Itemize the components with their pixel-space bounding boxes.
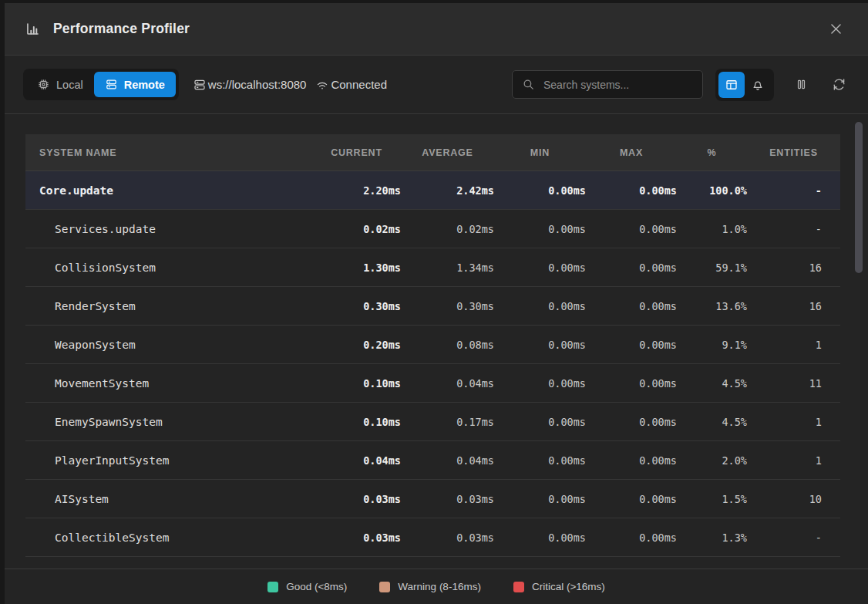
table-layout-icon[interactable] bbox=[718, 72, 745, 98]
table-row[interactable]: WeaponSystem 0.20ms 0.08ms 0.00ms 0.00ms… bbox=[25, 326, 840, 364]
legend-swatch bbox=[379, 582, 390, 592]
max-cell: 0.00ms bbox=[586, 493, 677, 505]
table-header: SYSTEM NAME CURRENT AVERAGE MIN MAX % EN… bbox=[25, 134, 840, 171]
max-cell: 0.00ms bbox=[586, 300, 677, 312]
table-row[interactable]: CollisionSystem 1.30ms 1.34ms 0.00ms 0.0… bbox=[25, 248, 840, 287]
entities-cell: 1 bbox=[747, 416, 840, 428]
percent-cell: 4.5% bbox=[677, 416, 747, 428]
current-cell: 0.20ms bbox=[312, 339, 401, 351]
table-row[interactable]: RenderSystem 0.30ms 0.30ms 0.00ms 0.00ms… bbox=[25, 287, 840, 326]
max-cell: 0.00ms bbox=[586, 184, 677, 197]
average-cell: 0.03ms bbox=[401, 531, 494, 544]
average-cell: 0.17ms bbox=[401, 416, 494, 428]
legend-footer: Good (<8ms) Warning (8-16ms) Critical (>… bbox=[5, 569, 868, 604]
entities-cell: 1 bbox=[747, 454, 840, 467]
table-row[interactable]: AISystem 0.03ms 0.03ms 0.00ms 0.00ms 1.5… bbox=[25, 480, 840, 518]
entities-cell: 16 bbox=[747, 262, 840, 274]
system-name-cell: PlayerInputSystem bbox=[25, 454, 312, 467]
max-cell: 0.00ms bbox=[586, 223, 677, 235]
local-label: Local bbox=[56, 79, 83, 91]
percent-cell: 1.0% bbox=[677, 223, 747, 235]
title-bar: Performance Profiler bbox=[5, 3, 868, 56]
col-min: MIN bbox=[494, 147, 586, 158]
close-icon[interactable] bbox=[826, 19, 846, 39]
system-name-cell: RenderSystem bbox=[25, 300, 312, 312]
remote-label: Remote bbox=[124, 79, 165, 91]
legend-item: Warning (8-16ms) bbox=[379, 581, 481, 592]
system-name-cell: Services.update bbox=[25, 223, 312, 235]
min-cell: 0.00ms bbox=[494, 300, 586, 312]
average-cell: 0.02ms bbox=[401, 223, 494, 235]
local-button[interactable]: Local bbox=[26, 72, 94, 97]
min-cell: 0.00ms bbox=[494, 223, 586, 235]
table-row[interactable]: CollectibleSystem 0.03ms 0.03ms 0.00ms 0… bbox=[25, 518, 840, 557]
col-percent: % bbox=[677, 147, 747, 158]
max-cell: 0.00ms bbox=[586, 531, 677, 544]
current-cell: 1.30ms bbox=[312, 262, 401, 274]
system-name-cell: MovementSystem bbox=[25, 377, 312, 390]
scrollbar-thumb[interactable] bbox=[855, 122, 863, 273]
min-cell: 0.00ms bbox=[494, 493, 586, 505]
percent-cell: 2.0% bbox=[677, 454, 747, 467]
search-icon bbox=[522, 78, 535, 91]
current-cell: 2.20ms bbox=[312, 184, 401, 197]
system-name-cell: EnemySpawnSystem bbox=[25, 416, 312, 428]
percent-cell: 1.5% bbox=[677, 493, 747, 505]
col-current: CURRENT bbox=[312, 147, 401, 158]
min-cell: 0.00ms bbox=[494, 377, 586, 390]
entities-cell: - bbox=[747, 184, 840, 197]
min-cell: 0.00ms bbox=[494, 416, 586, 428]
table-row[interactable]: MovementSystem 0.10ms 0.04ms 0.00ms 0.00… bbox=[25, 364, 840, 403]
min-cell: 0.00ms bbox=[494, 262, 586, 274]
entities-cell: - bbox=[747, 531, 840, 544]
system-name-cell: CollisionSystem bbox=[25, 262, 312, 274]
entities-cell: 11 bbox=[747, 377, 840, 390]
legend-item: Good (<8ms) bbox=[267, 581, 347, 592]
legend-label: Critical (>16ms) bbox=[532, 581, 605, 592]
view-toggle bbox=[715, 69, 774, 101]
connection-url: ws://localhost:8080 bbox=[208, 78, 307, 91]
percent-cell: 1.3% bbox=[677, 531, 747, 544]
current-cell: 0.30ms bbox=[312, 300, 401, 312]
search-box bbox=[512, 70, 703, 99]
bell-icon[interactable] bbox=[745, 72, 771, 98]
host-icon bbox=[193, 78, 207, 92]
legend-swatch bbox=[267, 582, 278, 592]
refresh-icon[interactable] bbox=[829, 74, 849, 95]
current-cell: 0.10ms bbox=[312, 416, 401, 428]
entities-cell: 16 bbox=[747, 300, 840, 312]
legend-label: Good (<8ms) bbox=[286, 581, 347, 592]
legend-item: Critical (>16ms) bbox=[513, 581, 605, 592]
table-row[interactable]: Services.update 0.02ms 0.02ms 0.00ms 0.0… bbox=[25, 210, 840, 248]
legend-label: Warning (8-16ms) bbox=[398, 581, 481, 592]
system-name-cell: Core.update bbox=[25, 184, 312, 197]
entities-cell: - bbox=[747, 223, 840, 235]
table-row[interactable]: EnemySpawnSystem 0.10ms 0.17ms 0.00ms 0.… bbox=[25, 403, 840, 441]
pause-icon[interactable] bbox=[791, 74, 812, 95]
average-cell: 0.04ms bbox=[401, 454, 494, 467]
system-name-cell: AISystem bbox=[25, 493, 312, 505]
col-system-name: SYSTEM NAME bbox=[25, 147, 312, 158]
min-cell: 0.00ms bbox=[494, 454, 586, 467]
max-cell: 0.00ms bbox=[586, 454, 677, 467]
cpu-icon bbox=[37, 78, 50, 91]
col-average: AVERAGE bbox=[401, 147, 494, 158]
remote-button[interactable]: Remote bbox=[94, 72, 176, 97]
average-cell: 0.30ms bbox=[401, 300, 494, 312]
table-row[interactable]: Core.update 2.20ms 2.42ms 0.00ms 0.00ms … bbox=[25, 171, 840, 210]
legend-swatch bbox=[513, 582, 524, 592]
system-name-cell: CollectibleSystem bbox=[25, 531, 312, 544]
entities-cell: 10 bbox=[747, 493, 840, 505]
min-cell: 0.00ms bbox=[494, 531, 586, 544]
percent-cell: 9.1% bbox=[677, 339, 747, 351]
min-cell: 0.00ms bbox=[494, 339, 586, 351]
server-icon bbox=[105, 78, 118, 91]
table-row[interactable]: PlayerInputSystem 0.04ms 0.04ms 0.00ms 0… bbox=[25, 441, 840, 480]
search-input[interactable] bbox=[542, 78, 693, 92]
current-cell: 0.03ms bbox=[312, 493, 401, 505]
performance-profiler-dialog: Performance Profiler Local bbox=[5, 3, 868, 604]
current-cell: 0.10ms bbox=[312, 377, 401, 390]
percent-cell: 100.0% bbox=[677, 184, 747, 197]
current-cell: 0.03ms bbox=[312, 531, 401, 544]
entities-cell: 1 bbox=[747, 339, 840, 351]
